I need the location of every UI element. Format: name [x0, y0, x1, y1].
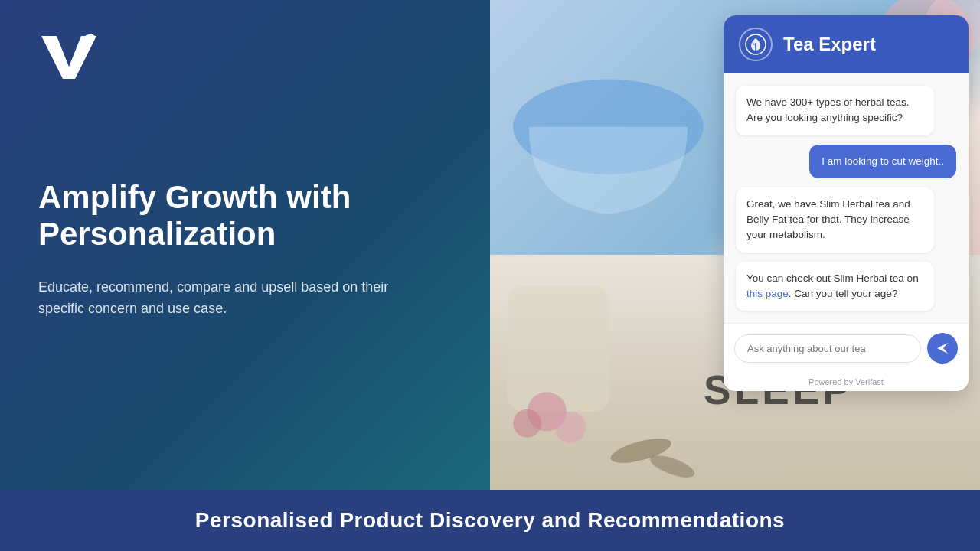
powered-by: Powered by Verifast	[724, 373, 969, 391]
user-message-1: I am looking to cut weight..	[809, 145, 956, 178]
sub-text: Educate, recommend, compare and upsell b…	[38, 276, 406, 321]
chat-input[interactable]	[734, 334, 921, 363]
this-page-link[interactable]: this page	[746, 288, 789, 299]
send-icon	[936, 341, 949, 355]
logo	[38, 31, 452, 87]
tea-expert-icon	[739, 28, 773, 61]
svg-rect-7	[508, 286, 609, 412]
bottom-bar: Personalised Product Discovery and Recom…	[0, 490, 980, 551]
right-panel: SLEEP Tea Expert We have 300+ type	[490, 0, 980, 490]
chat-title: Tea Expert	[783, 34, 876, 55]
chat-input-area	[724, 323, 969, 373]
left-content: Amplify Growth with Personalization Educ…	[38, 179, 452, 320]
bot-message-1: We have 300+ types of herbal teas. Are y…	[736, 86, 934, 135]
bot-msg3-pre: You can check out Slim Herbal tea on	[746, 272, 919, 284]
send-button[interactable]	[927, 333, 958, 364]
bottom-bar-text: Personalised Product Discovery and Recom…	[195, 508, 785, 533]
bot-msg3-post: . Can you tell your age?	[789, 288, 898, 299]
chat-header: Tea Expert	[724, 15, 969, 73]
svg-point-9	[554, 412, 586, 443]
chat-widget: Tea Expert We have 300+ types of herbal …	[724, 15, 969, 391]
left-panel: Amplify Growth with Personalization Educ…	[0, 0, 490, 490]
main-heading: Amplify Growth with Personalization	[38, 179, 452, 253]
bot-message-3: You can check out Slim Herbal tea on thi…	[736, 262, 934, 311]
bot-message-2: Great, we have Slim Herbal tea and Belly…	[736, 187, 934, 253]
chat-messages: We have 300+ types of herbal teas. Are y…	[724, 73, 969, 323]
svg-point-10	[513, 409, 541, 438]
